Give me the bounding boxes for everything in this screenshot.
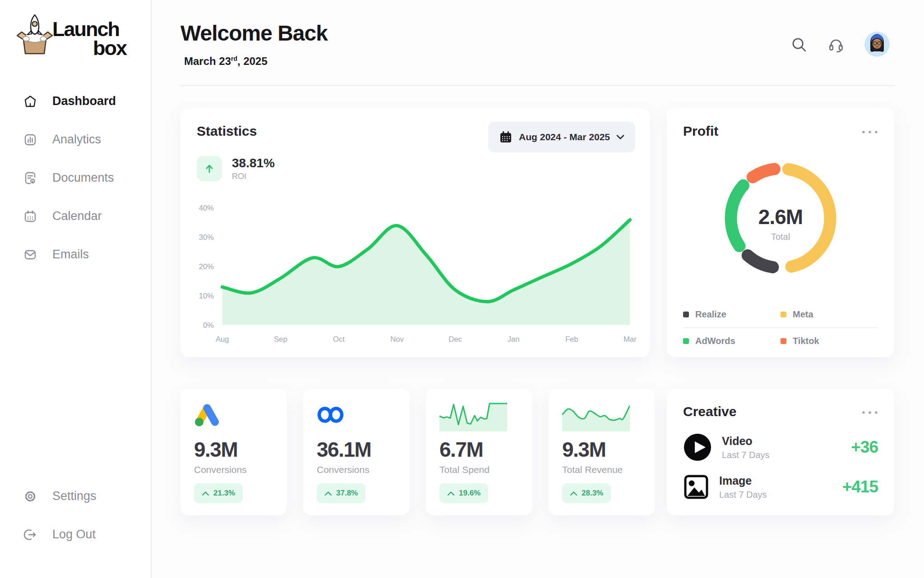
stat-value: 9.3M	[562, 437, 605, 462]
creative-row-delta: +36	[851, 438, 878, 457]
support-button[interactable]	[826, 34, 846, 55]
date-range-selector[interactable]: Aug 2024 - Mar 2025	[488, 122, 635, 152]
brand-line2: box	[93, 39, 126, 58]
sidebar-item-settings[interactable]: Settings	[0, 477, 151, 515]
search-button[interactable]	[789, 34, 809, 55]
sidebar-item-emails[interactable]: Emails	[0, 235, 151, 274]
legend-label: AdWords	[695, 336, 735, 346]
legend-swatch	[683, 312, 689, 317]
legend-swatch	[781, 338, 786, 344]
sidebar-item-label: Calendar	[52, 209, 102, 223]
x-axis-label: Oct	[333, 335, 345, 344]
profit-total-label: Total	[667, 232, 894, 242]
change-value: 28.3%	[582, 489, 603, 498]
headset-icon	[827, 36, 845, 53]
stat-card-google-ads: 9.3M Conversions 21.3%	[180, 389, 287, 515]
change-badge: 28.3%	[562, 483, 611, 503]
chevron-up-icon	[202, 491, 209, 496]
avatar-memoji	[864, 32, 890, 57]
envelope-icon	[23, 248, 37, 261]
roi-label: ROI	[232, 172, 275, 181]
x-axis-label: Aug	[216, 335, 229, 344]
roi-area-chart: 0%10%20%30%40%AugSepOctNovDecJanFebMar	[193, 197, 637, 346]
sidebar-item-analytics[interactable]: Analytics	[0, 120, 151, 159]
stat-card-meta: 36.1M Conversions 37.8%	[303, 389, 410, 515]
meta-logo-icon	[317, 400, 345, 429]
document-icon	[23, 171, 37, 185]
profit-menu-button[interactable]	[861, 128, 879, 136]
y-axis-label: 0%	[203, 321, 214, 330]
sidebar-item-label: Documents	[52, 171, 114, 185]
spend-sparkline-chart	[439, 400, 507, 429]
change-value: 19.6%	[459, 489, 480, 498]
stat-label: Conversions	[317, 464, 370, 475]
donut-center: 2.6M Total	[667, 205, 894, 242]
creative-row-video[interactable]: Video Last 7 Days +36	[683, 431, 878, 463]
sidebar-item-label: Settings	[52, 489, 97, 503]
sidebar: Launch box Dashboard Analytics Documents	[0, 0, 152, 578]
x-axis-label: Feb	[565, 335, 578, 344]
x-axis-label: Dec	[448, 335, 462, 344]
roi-value: 38.81%	[232, 156, 275, 170]
ellipsis-icon	[861, 410, 879, 415]
change-badge: 19.6%	[439, 483, 488, 503]
logout-icon	[23, 528, 37, 541]
change-value: 37.8%	[336, 489, 358, 498]
user-avatar[interactable]	[864, 32, 890, 57]
sidebar-item-label: Emails	[52, 248, 89, 261]
legend-item-adwords: AdWords	[683, 336, 781, 346]
change-badge: 37.8%	[317, 483, 365, 503]
y-axis-label: 30%	[199, 233, 214, 242]
stat-value: 9.3M	[194, 437, 237, 462]
sidebar-item-calendar[interactable]: Calendar	[0, 197, 151, 235]
sidebar-item-logout[interactable]: Log Out	[0, 515, 151, 554]
change-badge: 21.3%	[194, 483, 243, 503]
creative-row-title: Video	[722, 435, 841, 448]
search-icon	[790, 36, 808, 53]
trend-up-icon	[197, 156, 222, 181]
stat-label: Total Spend	[439, 464, 490, 475]
sidebar-item-dashboard[interactable]: Dashboard	[0, 82, 151, 120]
creative-row-delta: +415	[842, 477, 878, 496]
calendar-black-icon	[499, 130, 513, 144]
home-icon	[23, 95, 37, 108]
sidebar-item-label: Log Out	[52, 528, 96, 541]
sidebar-footer: Settings Log Out	[0, 477, 151, 554]
chevron-up-icon	[570, 491, 578, 496]
legend-swatch	[781, 312, 786, 317]
rocket-box-logo-icon	[15, 13, 54, 58]
x-axis-label: Nov	[390, 335, 404, 344]
x-axis-label: Mar	[624, 335, 637, 344]
header-divider	[180, 85, 895, 86]
calendar-icon	[23, 210, 37, 223]
creative-menu-button[interactable]	[861, 408, 879, 417]
y-axis-label: 40%	[199, 204, 214, 212]
image-icon	[683, 474, 709, 500]
chevron-up-icon	[447, 491, 455, 496]
x-axis-label: Jan	[508, 335, 520, 344]
sidebar-item-documents[interactable]: Documents	[0, 159, 151, 197]
chevron-down-icon	[616, 134, 624, 140]
roi-area-fill	[222, 220, 630, 325]
stat-label: Total Revenue	[562, 464, 623, 475]
statistics-title: Statistics	[197, 124, 257, 139]
creative-row-subtitle: Last 7 Days	[719, 490, 832, 500]
sidebar-item-label: Analytics	[52, 133, 101, 147]
brand-wordmark: Launch box	[52, 20, 126, 58]
revenue-sparkline-chart	[562, 400, 630, 429]
stat-card-total-spend: 6.7M Total Spend 19.6%	[426, 389, 532, 515]
sidebar-nav: Dashboard Analytics Documents Calendar E…	[0, 82, 151, 274]
date-range-label: Aug 2024 - Mar 2025	[519, 132, 610, 142]
gear-icon	[23, 490, 37, 503]
stat-value: 6.7M	[439, 437, 483, 462]
legend-label: Meta	[793, 309, 813, 320]
creative-card: Creative Video Last 7 Days +36 Image Las…	[667, 389, 894, 515]
sidebar-item-label: Dashboard	[52, 94, 116, 108]
bar-chart-icon	[23, 133, 37, 147]
legend-item-tiktok: Tiktok	[781, 336, 878, 346]
profit-title: Profit	[683, 124, 718, 139]
creative-row-image[interactable]: Image Last 7 Days +415	[683, 471, 878, 503]
legend-label: Realize	[695, 309, 726, 320]
legend-label: Tiktok	[793, 336, 819, 346]
legend-item-meta: Meta	[781, 309, 878, 320]
